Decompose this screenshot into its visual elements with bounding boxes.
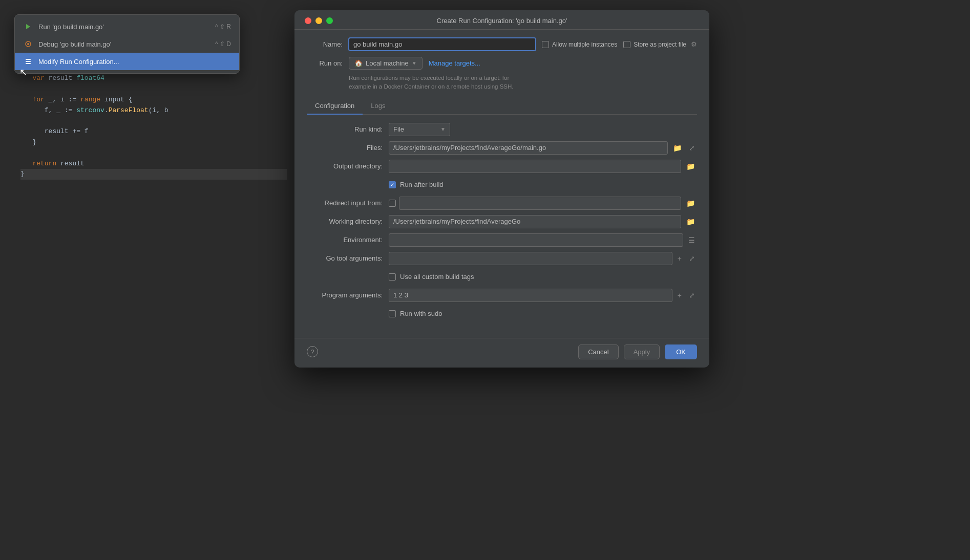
name-input[interactable] (349, 38, 536, 51)
name-row: Name: Allow multiple instances Store as … (307, 38, 697, 51)
svg-rect-3 (26, 59, 31, 60)
tab-logs[interactable]: Logs (363, 98, 393, 115)
menu-item-run[interactable]: Run 'go build main.go' ^ ⇧ R (15, 18, 239, 35)
footer-buttons: Cancel Apply OK (578, 344, 697, 359)
menu-item-modify[interactable]: Modify Run Configuration... (15, 53, 239, 70)
go-tool-args-row: Go tool arguments: + ⤢ (307, 252, 697, 265)
program-args-add-button[interactable]: + (676, 290, 684, 300)
help-button[interactable]: ? (307, 346, 318, 357)
code-editor: fmt.Printf( format: "The average is %v\n… (0, 0, 297, 560)
context-menu: Run 'go build main.go' ^ ⇧ R Debug 'go b… (14, 14, 240, 74)
go-tool-args-expand-button[interactable]: ⤢ (687, 253, 697, 264)
run-config-dialog: Create Run Configuration: 'go build main… (294, 10, 709, 368)
run-with-sudo-checkbox[interactable] (389, 310, 396, 317)
cancel-button[interactable]: Cancel (578, 344, 618, 359)
run-with-sudo-check-row: Run with sudo (389, 310, 442, 317)
environment-row: Environment: ☰ (307, 233, 697, 247)
run-after-build-checkbox[interactable]: ✓ (389, 181, 396, 188)
modify-icon (23, 56, 33, 67)
custom-tags-checkbox[interactable] (389, 273, 396, 281)
files-value: 📁 ⤢ (389, 141, 697, 155)
modify-label: Modify Run Configuration... (38, 58, 119, 66)
files-label: Files: (307, 144, 389, 152)
minimize-button[interactable] (315, 17, 322, 24)
files-input[interactable] (389, 141, 668, 155)
environment-expand-button[interactable]: ☰ (686, 235, 697, 245)
environment-label: Environment: (307, 236, 389, 244)
go-tool-args-input[interactable] (389, 252, 672, 265)
custom-tags-check-row: Use all custom build tags (389, 273, 474, 281)
working-dir-input[interactable] (389, 215, 681, 228)
config-table: Run kind: File ▼ Files: 📁 ⤢ (307, 123, 697, 320)
redirect-input-folder-button[interactable]: 📁 (684, 198, 697, 208)
debug-icon (23, 39, 33, 49)
run-on-chevron: ▼ (412, 60, 417, 66)
program-args-expand-button[interactable]: ⤢ (687, 290, 697, 300)
redirect-input-label: Redirect input from: (307, 199, 389, 207)
run-kind-row: Run kind: File ▼ (307, 123, 697, 136)
svg-rect-4 (26, 61, 31, 62)
run-with-sudo-value: Run with sudo (389, 310, 697, 317)
tab-configuration[interactable]: Configuration (307, 98, 363, 115)
working-dir-value: 📁 (389, 215, 697, 228)
files-row: Files: 📁 ⤢ (307, 141, 697, 155)
svg-marker-0 (26, 24, 30, 29)
run-after-build-label: Run after build (400, 181, 444, 188)
environment-value: ☰ (389, 233, 697, 247)
manage-targets-link[interactable]: Manage targets... (429, 59, 480, 67)
allow-multiple-label: Allow multiple instances (552, 41, 617, 48)
redirect-input-row: Redirect input from: 📁 (307, 197, 697, 210)
run-icon (23, 21, 33, 32)
store-project-group: Store as project file ⚙ (623, 40, 697, 48)
run-kind-dropdown[interactable]: File ▼ (389, 123, 450, 136)
output-dir-label: Output directory: (307, 162, 389, 170)
apply-button[interactable]: Apply (624, 344, 660, 359)
go-tool-args-add-button[interactable]: + (676, 253, 684, 264)
svg-rect-5 (26, 63, 31, 64)
store-project-label: Store as project file (634, 41, 686, 48)
close-button[interactable] (305, 17, 311, 24)
program-args-row: Program arguments: + ⤢ (307, 289, 697, 302)
maximize-button[interactable] (326, 17, 333, 24)
run-on-value: Local machine (366, 59, 409, 67)
working-dir-folder-button[interactable]: 📁 (684, 217, 697, 227)
allow-multiple-group: Allow multiple instances (542, 41, 617, 48)
working-dir-label: Working directory: (307, 218, 389, 225)
go-tool-args-value: + ⤢ (389, 252, 697, 265)
redirect-input-field[interactable] (399, 197, 681, 210)
run-with-sudo-row: Run with sudo (307, 307, 697, 320)
custom-tags-value: Use all custom build tags (389, 273, 697, 281)
run-after-build-check-row: ✓ Run after build (389, 181, 444, 188)
custom-tags-row: Use all custom build tags (307, 270, 697, 284)
redirect-input-checkbox[interactable] (389, 200, 396, 207)
gear-icon[interactable]: ⚙ (691, 40, 697, 48)
output-dir-input[interactable] (389, 160, 681, 173)
name-label: Name: (307, 40, 343, 48)
files-folder-button[interactable]: 📁 (671, 143, 684, 153)
svg-point-2 (27, 43, 29, 45)
dialog-footer: ? Cancel Apply OK (294, 338, 709, 368)
run-shortcut: ^ ⇧ R (215, 23, 231, 30)
cursor-arrow: ↖ (19, 67, 27, 78)
dialog-body: Name: Allow multiple instances Store as … (294, 30, 709, 334)
run-with-sudo-label: Run with sudo (400, 310, 442, 317)
run-on-label: Run on: (307, 59, 343, 67)
output-dir-folder-button[interactable]: 📁 (684, 161, 697, 171)
ok-button[interactable]: OK (665, 344, 697, 359)
debug-shortcut: ^ ⇧ D (215, 40, 231, 48)
run-after-build-row: ✓ Run after build (307, 178, 697, 191)
program-args-label: Program arguments: (307, 291, 389, 299)
store-project-checkbox[interactable] (623, 41, 630, 48)
program-args-value: + ⤢ (389, 289, 697, 302)
files-expand-button[interactable]: ⤢ (687, 143, 697, 153)
custom-tags-label: Use all custom build tags (400, 273, 474, 281)
run-kind-selected: File (393, 125, 404, 133)
environment-input[interactable] (389, 233, 683, 247)
menu-item-debug[interactable]: Debug 'go build main.go' ^ ⇧ D (15, 35, 239, 53)
run-on-select[interactable]: 🏠 Local machine ▼ (349, 57, 423, 70)
run-description: Run configurations may be executed local… (349, 74, 697, 92)
dialog-title-bar: Create Run Configuration: 'go build main… (294, 10, 709, 30)
run-kind-label: Run kind: (307, 125, 389, 133)
program-args-input[interactable] (389, 289, 672, 302)
allow-multiple-checkbox[interactable] (542, 41, 549, 48)
